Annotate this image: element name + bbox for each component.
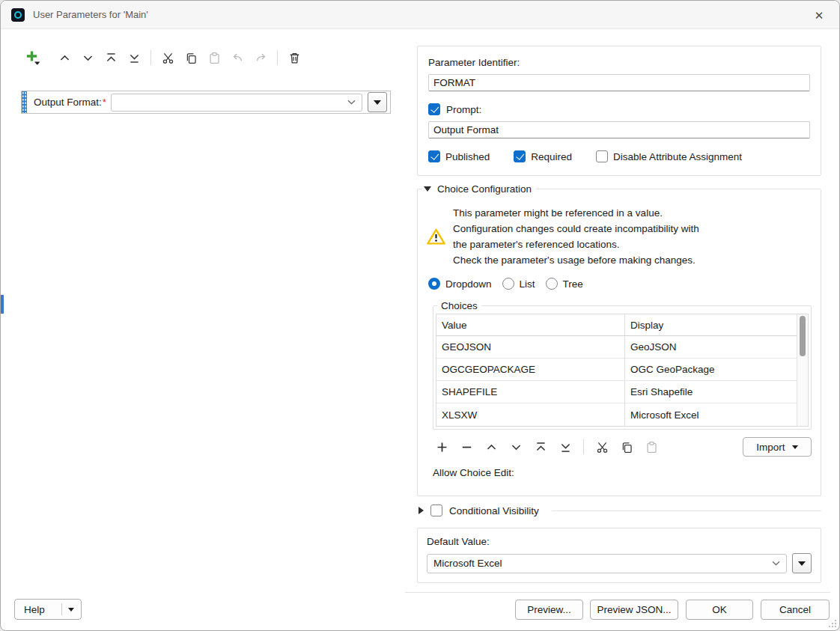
delete-button[interactable] [285,49,303,67]
move-to-top-button[interactable] [102,49,120,67]
cancel-button[interactable]: Cancel [761,600,830,620]
ok-button[interactable]: OK [686,600,753,620]
default-value-dropdown-button[interactable] [792,553,812,573]
dropdown-radio-label: Dropdown [445,278,492,290]
mode-tree-option[interactable]: Tree [546,278,583,290]
value-cell[interactable]: XLSXW [436,403,625,426]
required-checkbox[interactable] [514,150,526,162]
copy-button[interactable] [182,49,200,67]
choice-configuration-header[interactable]: Choice Configuration [422,183,536,195]
trash-icon [288,52,301,64]
choices-title: Choices [437,300,481,311]
collapse-indicator-icon [424,186,431,192]
choice-copy-button[interactable] [618,438,636,456]
parameter-options-dropdown-button[interactable] [368,92,387,112]
copy-icon [185,52,198,64]
import-button[interactable]: Import [743,437,812,457]
move-to-top-icon [535,441,547,454]
drag-handle[interactable] [22,91,27,113]
display-cell[interactable]: OGC GeoPackage [625,359,797,380]
list-radio[interactable] [502,278,514,290]
tree-radio[interactable] [546,278,558,290]
title-bar: User Parameters for 'Main' [1,1,839,29]
undo-button[interactable] [228,49,246,67]
disable-attribute-assignment-flag: Disable Attribute Assignment [596,150,742,162]
disable-attribute-assignment-checkbox[interactable] [596,150,608,162]
default-value-combobox[interactable]: Microsoft Excel [427,554,787,573]
preview-button[interactable]: Preview... [515,600,583,620]
mode-dropdown-option[interactable]: Dropdown [428,278,492,290]
preview-json-button[interactable]: Preview JSON... [590,600,678,620]
conditional-visibility-section[interactable]: Conditional Visibility [419,505,821,516]
choice-configuration-section: Choice Configuration This parameter migh… [417,183,821,496]
move-down-button[interactable] [79,49,97,67]
chevron-down-icon [347,100,356,105]
dropdown-arrow-icon [374,100,381,105]
chevron-down-icon [772,561,780,566]
redo-button[interactable] [252,49,270,67]
expand-indicator-icon[interactable] [419,507,424,514]
prompt-input[interactable] [428,121,810,138]
choices-scrollbar[interactable] [797,314,808,426]
close-button[interactable]: ✕ [806,6,832,25]
default-value-label: Default Value: [427,536,812,547]
choices-row[interactable]: OGCGEOPACKAGE OGC GeoPackage [436,359,797,381]
choice-configuration-title: Choice Configuration [437,183,532,195]
warning-message: This parameter might be referenced in a … [427,205,812,268]
prompt-checkbox[interactable] [428,103,440,115]
parameters-toolbar [23,47,303,68]
display-cell[interactable]: Microsoft Excel [625,403,797,426]
parameter-row[interactable]: Output Format:* [21,91,391,114]
choice-paste-button[interactable] [642,438,660,456]
close-icon: ✕ [815,9,824,22]
move-to-bottom-button[interactable] [125,49,143,67]
footer-divider [405,592,830,593]
parameter-identifier-input[interactable] [428,74,810,91]
display-cell[interactable]: Esri Shapefile [625,381,797,403]
add-parameter-button[interactable] [23,49,43,67]
choice-move-up-button[interactable] [482,438,500,456]
chevron-down-icon [82,52,94,64]
output-format-combobox[interactable] [111,94,362,112]
section-rule [552,510,821,511]
choice-move-to-top-button[interactable] [532,438,550,456]
choice-move-down-button[interactable] [507,438,525,456]
choice-move-to-bottom-button[interactable] [556,438,574,456]
add-choice-button[interactable] [433,438,451,456]
value-column-header[interactable]: Value [436,314,625,335]
conditional-visibility-checkbox[interactable] [430,505,442,516]
scissors-icon [596,441,609,454]
warning-text: This parameter might be referenced in a … [453,205,699,268]
choices-row[interactable]: XLSXW Microsoft Excel [436,403,797,426]
display-cell[interactable]: GeoJSON [625,336,797,358]
help-button[interactable]: Help [14,599,82,620]
chevron-up-icon [485,441,498,454]
paste-icon [645,441,658,454]
choices-row[interactable]: GEOJSON GeoJSON [436,336,797,359]
paste-icon [208,52,221,64]
move-up-button[interactable] [55,49,73,67]
mode-list-option[interactable]: List [502,278,535,290]
parameter-identifier-label: Parameter Identifier: [428,57,810,68]
dropdown-radio[interactable] [428,278,440,290]
value-cell[interactable]: SHAPEFILE [436,381,625,403]
prompt-label: Prompt: [446,104,481,115]
paste-button[interactable] [205,49,223,67]
choices-row[interactable]: SHAPEFILE Esri Shapefile [436,381,797,403]
warning-triangle-icon [427,228,445,245]
display-column-header[interactable]: Display [625,314,797,335]
value-cell[interactable]: OGCGEOPACKAGE [436,359,625,380]
required-marker: * [103,97,106,108]
choice-cut-button[interactable] [593,438,611,456]
value-cell[interactable]: GEOJSON [436,336,625,358]
remove-choice-button[interactable] [457,438,475,456]
conditional-visibility-label: Conditional Visibility [449,505,539,516]
dropdown-arrow-icon [792,445,798,449]
user-parameters-dialog: User Parameters for 'Main' ✕ [0,0,840,631]
cut-button[interactable] [159,49,177,67]
chevron-up-icon [58,52,71,64]
toolbar-separator [583,439,584,454]
resize-grip[interactable] [827,618,837,628]
published-checkbox[interactable] [428,150,440,162]
scrollbar-thumb[interactable] [800,316,806,356]
